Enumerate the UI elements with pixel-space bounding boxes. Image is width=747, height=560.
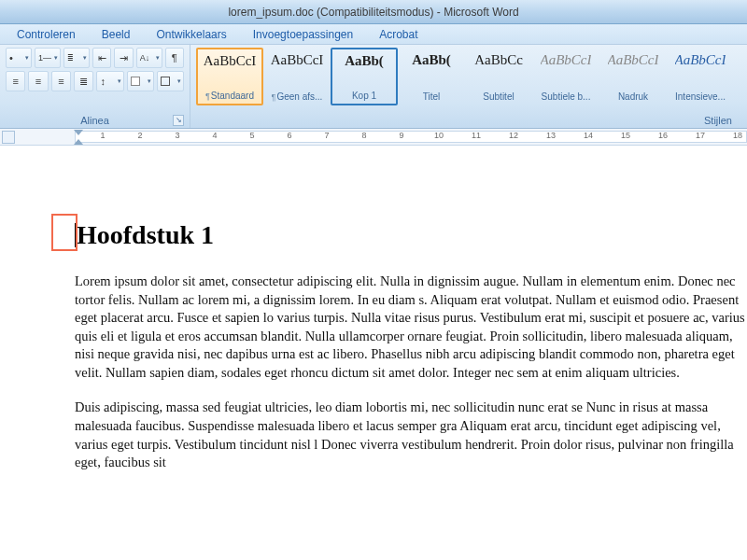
style-caption: ¶Geen afs... bbox=[272, 91, 323, 102]
style-caption-text: Intensieve... bbox=[675, 91, 726, 102]
align-left-icon: ≡ bbox=[12, 76, 18, 87]
ruler-number: 2 bbox=[131, 131, 149, 140]
style-caption-text: Subtitel bbox=[483, 91, 514, 102]
style-card-subtiele-b[interactable]: AaBbCcISubtiele b... bbox=[532, 48, 599, 105]
pilcrow-icon: ¶ bbox=[205, 91, 210, 101]
group-stijlen: AaBbCcI¶StandaardAaBbCcI¶Geen afs...AaBb… bbox=[190, 45, 747, 128]
ruler-number bbox=[374, 131, 392, 140]
group-stijlen-label: Stijlen bbox=[196, 114, 738, 128]
ruler-number bbox=[224, 131, 243, 140]
style-caption-text: Standaard bbox=[211, 91, 254, 101]
style-card-subtitel[interactable]: AaBbCcSubtitel bbox=[465, 48, 532, 105]
style-card-intensieve[interactable]: AaBbCcIIntensieve... bbox=[667, 48, 734, 105]
style-card-kop-1[interactable]: AaBb(Kop 1 bbox=[331, 48, 398, 105]
ruler-number: 13 bbox=[542, 131, 560, 140]
style-sample: AaBbCcI bbox=[541, 52, 592, 68]
align-right-button[interactable]: ≡ bbox=[51, 71, 71, 91]
multilevel-icon: ≣ bbox=[67, 54, 74, 63]
pilcrow-icon: ¶ bbox=[172, 52, 177, 63]
ruler-number: 5 bbox=[243, 131, 261, 140]
ruler-number bbox=[261, 131, 280, 140]
tab-acrobat[interactable]: Acrobat bbox=[379, 28, 417, 41]
tab-beeld[interactable]: Beeld bbox=[102, 28, 131, 41]
bullets-icon: • bbox=[9, 52, 13, 63]
ruler-number bbox=[299, 131, 317, 140]
justify-icon: ≣ bbox=[79, 76, 88, 88]
ruler-number bbox=[411, 131, 430, 140]
increase-indent-icon: ⇥ bbox=[120, 52, 128, 64]
tab-selector[interactable] bbox=[2, 131, 15, 144]
body-paragraph[interactable]: Duis adipiscing, massa sed feugiat ultri… bbox=[75, 399, 747, 471]
ruler-number: 16 bbox=[654, 131, 672, 140]
ruler-number: 17 bbox=[691, 131, 710, 140]
group-stijlen-label-text: Stijlen bbox=[704, 115, 732, 126]
bullets-button[interactable]: • bbox=[6, 48, 32, 68]
ruler-numbers: 123456789101112131415161718 bbox=[75, 131, 747, 140]
alinea-dialog-launcher[interactable]: ↘ bbox=[173, 115, 184, 126]
style-card-nadruk[interactable]: AaBbCcINadruk bbox=[599, 48, 667, 105]
ruler-number: 15 bbox=[616, 131, 635, 140]
style-caption: Titel bbox=[423, 91, 441, 102]
ruler-number bbox=[187, 131, 205, 140]
ruler-number: 3 bbox=[168, 131, 187, 140]
style-caption: ¶Standaard bbox=[205, 91, 254, 101]
align-center-button[interactable]: ≡ bbox=[28, 71, 48, 91]
ruler-number bbox=[560, 131, 579, 140]
show-marks-button[interactable]: ¶ bbox=[165, 48, 184, 68]
tab-invoegtoepassingen[interactable]: Invoegtoepassingen bbox=[253, 28, 353, 41]
align-center-icon: ≡ bbox=[35, 76, 41, 87]
style-caption-text: Nadruk bbox=[618, 91, 648, 102]
style-caption-text: Kop 1 bbox=[352, 91, 376, 101]
style-caption-text: Subtiele b... bbox=[542, 91, 591, 102]
style-card-titel[interactable]: AaBb(Titel bbox=[398, 48, 465, 105]
sort-icon: A↓ bbox=[140, 53, 150, 63]
justify-button[interactable]: ≣ bbox=[74, 71, 93, 91]
ruler-number: 6 bbox=[280, 131, 299, 140]
align-left-button[interactable]: ≡ bbox=[6, 71, 25, 91]
ribbon-tabs: Controleren Beeld Ontwikkelaars Invoegto… bbox=[0, 24, 747, 45]
style-caption: Intensieve... bbox=[675, 91, 726, 102]
multilevel-list-button[interactable]: ≣ bbox=[63, 48, 90, 68]
style-sample: AaBbCcI bbox=[271, 52, 324, 68]
style-caption: Nadruk bbox=[618, 91, 648, 102]
body-paragraph[interactable]: Lorem ipsum dolor sit amet, consectetur … bbox=[75, 273, 747, 382]
increase-indent-button[interactable]: ⇥ bbox=[114, 48, 133, 68]
style-sample: AaBbCc bbox=[474, 52, 523, 68]
ruler-number: 8 bbox=[355, 131, 374, 140]
style-card-geen-afs[interactable]: AaBbCcI¶Geen afs... bbox=[263, 48, 331, 105]
line-spacing-button[interactable]: ↕ bbox=[96, 71, 123, 91]
group-alinea: • 1— ≣ ⇤ ⇥ A↓ ¶ ≡ ≡ ≡ ≣ ↕ Alinea ↘ bbox=[0, 45, 190, 128]
heading-selection-marker bbox=[51, 214, 78, 251]
ruler-number: 9 bbox=[392, 131, 411, 140]
document-area[interactable]: Hoofdstuk 1 Lorem ipsum dolor sit amet, … bbox=[0, 146, 747, 560]
ruler-number bbox=[710, 131, 728, 140]
borders-button[interactable] bbox=[157, 71, 184, 91]
ruler-number: 10 bbox=[430, 131, 448, 140]
ruler-number bbox=[486, 131, 504, 140]
line-spacing-icon: ↕ bbox=[100, 76, 106, 87]
heading-text: Hoofdstuk 1 bbox=[77, 220, 214, 249]
horizontal-ruler[interactable]: 123456789101112131415161718 bbox=[0, 129, 747, 146]
style-sample: AaBb( bbox=[412, 52, 451, 68]
tab-ontwikkelaars[interactable]: Ontwikkelaars bbox=[156, 28, 226, 41]
ruler-number bbox=[448, 131, 467, 140]
ruler-number bbox=[672, 131, 691, 140]
style-caption: Subtiele b... bbox=[542, 91, 591, 102]
style-card-standaard[interactable]: AaBbCcI¶Standaard bbox=[196, 48, 263, 105]
ruler-number bbox=[75, 131, 93, 140]
ruler-number bbox=[598, 131, 616, 140]
pilcrow-icon: ¶ bbox=[272, 92, 276, 102]
tab-controleren[interactable]: Controleren bbox=[17, 28, 76, 41]
decrease-indent-button[interactable]: ⇤ bbox=[92, 48, 111, 68]
heading-1[interactable]: Hoofdstuk 1 bbox=[75, 220, 747, 250]
sort-button[interactable]: A↓ bbox=[136, 48, 162, 68]
decrease-indent-icon: ⇤ bbox=[98, 52, 106, 64]
align-right-icon: ≡ bbox=[58, 76, 63, 87]
style-sample: AaBbCcI bbox=[608, 52, 659, 68]
page: Hoofdstuk 1 Lorem ipsum dolor sit amet, … bbox=[0, 146, 747, 472]
style-caption: Subtitel bbox=[483, 91, 514, 102]
ruler-number bbox=[149, 131, 168, 140]
numbering-button[interactable]: 1— bbox=[35, 48, 61, 68]
shading-button[interactable] bbox=[127, 71, 154, 91]
ruler-number: 12 bbox=[504, 131, 523, 140]
